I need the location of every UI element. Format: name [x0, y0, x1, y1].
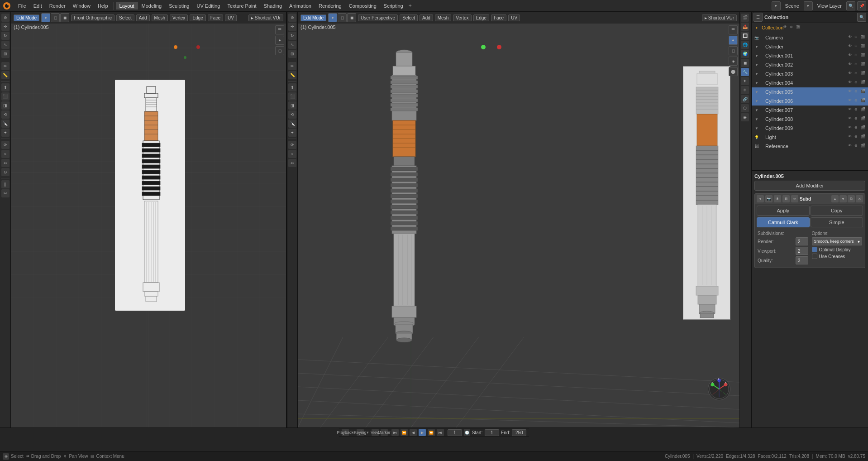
tree-eye-0[interactable]: 👁 — [848, 35, 854, 40]
tree-eye-3[interactable]: 👁 — [848, 62, 854, 67]
overlay-btn-right[interactable]: ☰ — [729, 25, 738, 34]
tree-ren-9[interactable]: 🎬 — [861, 116, 866, 122]
edge-btn-left[interactable]: Edge — [190, 14, 205, 21]
outliner-filter-icon[interactable]: ☰ — [754, 13, 763, 22]
menu-edit[interactable]: Edit — [30, 2, 46, 10]
add-modifier-btn[interactable]: Add Modifier — [754, 181, 865, 191]
catmull-clark-btn[interactable]: Catmull-Clark — [757, 217, 810, 227]
tree-ren-3[interactable]: 🎬 — [861, 62, 866, 67]
tree-item-cylinder-003[interactable]: ▼ Cylinder.003 👁 ⊕ 🎬 — [752, 69, 868, 78]
rotate-tool-right[interactable]: ↻ — [288, 32, 296, 40]
knife-tool[interactable]: 🔪 — [1, 120, 10, 128]
cursor-tool[interactable]: ⊕ — [1, 14, 10, 22]
mesh-btn-right[interactable]: Mesh — [435, 14, 451, 21]
scene-selector[interactable]: ▾ — [772, 1, 781, 10]
scale-tool-right[interactable]: ⤡ — [288, 41, 296, 49]
render-props-icon[interactable]: 🎬 — [741, 14, 749, 22]
face-select-right[interactable]: ◼ — [347, 13, 356, 22]
tree-sel-4[interactable]: ⊕ — [854, 71, 860, 77]
tree-eye-5[interactable]: 👁 — [848, 80, 854, 86]
tree-sel-9[interactable]: ⊕ — [854, 116, 860, 122]
face-btn-left[interactable]: Face — [208, 14, 223, 21]
face-select-btn[interactable]: ◼ — [60, 13, 69, 22]
uv-btn-right[interactable]: UV — [508, 14, 520, 21]
marker-btn[interactable]: Marker — [381, 429, 388, 436]
tree-item-cylinder-007[interactable]: ▼ Cylinder.007 👁 ⊕ 🎬 — [752, 106, 868, 115]
tree-eye-2[interactable]: 👁 — [848, 53, 854, 58]
playback-btn[interactable]: Playback — [342, 429, 349, 436]
workspace-texture-paint[interactable]: Texture Paint — [224, 2, 260, 10]
use-creases-checkbox[interactable] — [812, 254, 817, 259]
shading-solid-btn[interactable]: ● — [275, 36, 284, 45]
copy-btn[interactable]: Copy — [811, 206, 863, 216]
viewport-left[interactable]: Edit Mode ● ◻ ◼ Front Orthographic Selec… — [11, 12, 287, 427]
tree-item-light[interactable]: 💡 Light 👁 ⊕ 🎬 — [752, 133, 868, 142]
mesh-btn-left[interactable]: Mesh — [152, 14, 168, 21]
rip-tool[interactable]: ✂ — [1, 189, 10, 197]
shortcut-vur-right[interactable]: ▸ Shortcut VUr — [702, 14, 737, 21]
bevel-tool[interactable]: ◨ — [1, 101, 10, 110]
edge-select-btn[interactable]: ◻ — [51, 13, 60, 22]
workspace-compositing[interactable]: Compositing — [345, 2, 380, 10]
workspace-animation[interactable]: Animation — [286, 2, 315, 10]
tree-sel-3[interactable]: ⊕ — [854, 62, 860, 67]
tree-eye-12[interactable]: 👁 — [848, 144, 854, 149]
mod-expand-icon[interactable]: ▾ — [757, 195, 764, 202]
tree-eye-4[interactable]: 👁 — [848, 71, 854, 77]
shading-wire-right[interactable]: ◻ — [729, 46, 738, 55]
material-props-icon[interactable]: ◉ — [741, 113, 749, 121]
shortcut-vur-left[interactable]: ▸ Shortcut VUr — [248, 14, 283, 21]
tree-sel-5[interactable]: ⊕ — [854, 80, 860, 86]
tree-sel-10[interactable]: ⊕ — [854, 125, 860, 131]
vertex-btn-left[interactable]: Vertex — [170, 14, 188, 21]
tree-eye-1[interactable]: 👁 — [848, 44, 854, 49]
mod-duplicate-icon[interactable]: ⧉ — [848, 195, 855, 202]
edit-mode-btn-right[interactable]: Edit Mode — [300, 14, 326, 21]
shading-solid-right[interactable]: ● — [729, 36, 738, 45]
scale-tool[interactable]: ⤡ — [1, 41, 10, 49]
add-btn-left[interactable]: Add — [136, 14, 150, 21]
constraints-props-icon[interactable]: 🔗 — [741, 95, 749, 103]
eye-icon-collection[interactable]: 👁 — [783, 25, 789, 30]
tree-ren-10[interactable]: 🎬 — [861, 125, 866, 131]
viewport-right[interactable]: Edit Mode ● ◻ ◼ User Perspective Select … — [298, 12, 739, 427]
tree-item-reference[interactable]: 🖼 Reference 👁 ⊕ 🎬 — [752, 142, 868, 151]
workspace-layout[interactable]: Layout — [116, 2, 138, 10]
tree-sel-7[interactable]: ⊕ — [854, 98, 860, 104]
tree-ren-6[interactable]: 🎬 — [861, 89, 866, 95]
smooth-tool[interactable]: ≈ — [1, 150, 10, 158]
view-btn-right[interactable]: User Perspective — [358, 14, 398, 21]
add-btn-right[interactable]: Add — [420, 14, 433, 21]
modifier-props-icon[interactable]: 🔧 — [741, 68, 749, 76]
tree-ren-1[interactable]: 🎬 — [861, 44, 866, 49]
tree-ren-11[interactable]: 🎬 — [861, 134, 866, 140]
render-value-field[interactable]: 2 — [796, 237, 808, 245]
tree-eye-8[interactable]: 👁 — [848, 107, 854, 113]
shading-ren-right[interactable]: ⬤ — [729, 67, 738, 76]
extrude-right[interactable]: ⬆ — [288, 83, 296, 91]
keying-dropdown[interactable]: ▾ — [366, 430, 370, 435]
view-layer-props-icon[interactable]: 🔳 — [741, 32, 749, 40]
menu-render[interactable]: Render — [46, 2, 69, 10]
tree-eye-7[interactable]: 👁 — [848, 98, 854, 104]
tree-item-cylinder-005[interactable]: ▼ Cylinder.005 👁 ⊕ 🎬 — [752, 87, 868, 96]
tree-sel-11[interactable]: ⊕ — [854, 134, 860, 140]
polypen-right[interactable]: ✦ — [288, 129, 296, 137]
move-tool[interactable]: ✛ — [1, 23, 10, 31]
smooth-dropdown[interactable]: Smooth, keep corners ▾ — [812, 237, 863, 245]
transform-tool-right[interactable]: ⊞ — [288, 50, 296, 58]
tree-eye-6[interactable]: 👁 — [848, 89, 854, 95]
tree-item-camera[interactable]: 📷 Camera 👁 ⊕ 🎬 — [752, 33, 868, 42]
edge-btn-right[interactable]: Edge — [473, 14, 489, 21]
bevel-right[interactable]: ◨ — [288, 101, 296, 110]
mod-camera-icon[interactable]: 📷 — [765, 195, 773, 202]
apply-btn[interactable]: Apply — [757, 206, 810, 216]
loop-cut-right[interactable]: ⟲ — [288, 110, 296, 119]
tree-item-cylinder-006[interactable]: ▼ Cylinder.006 👁 ⊕ 🎬 — [752, 96, 868, 106]
mod-move-up-icon[interactable]: ▲ — [831, 195, 839, 202]
mod-move-down-icon[interactable]: ▼ — [839, 195, 847, 202]
loop-cut-tool[interactable]: ⟲ — [1, 110, 10, 119]
pin-btn[interactable]: 📌 — [857, 1, 866, 10]
shear-tool[interactable]: ∥ — [1, 180, 10, 188]
knife-right[interactable]: 🔪 — [288, 120, 296, 128]
